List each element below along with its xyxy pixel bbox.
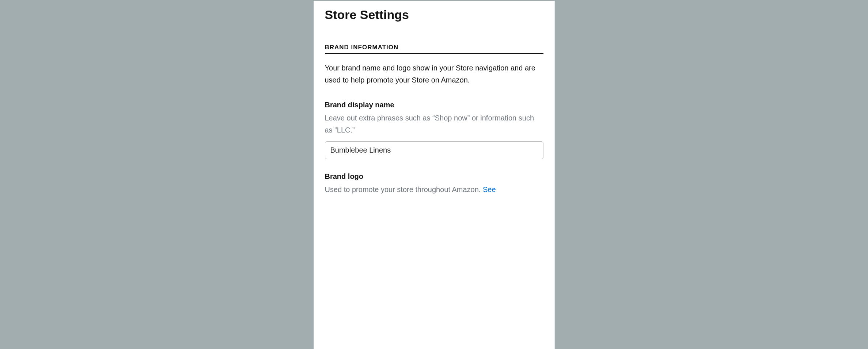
brand-logo-field: Brand logo Used to promote your store th…: [325, 172, 543, 196]
page-title: Store Settings: [325, 8, 543, 22]
brand-logo-description: Used to promote your store throughout Am…: [325, 184, 543, 196]
brand-information-header: BRAND INFORMATION: [325, 44, 543, 54]
brand-display-name-input[interactable]: [325, 141, 543, 159]
brand-logo-see-link[interactable]: See: [483, 185, 496, 193]
brand-display-name-label: Brand display name: [325, 101, 543, 109]
brand-logo-desc-text: Used to promote your store throughout Am…: [325, 185, 483, 193]
brand-logo-label: Brand logo: [325, 172, 543, 181]
brand-information-description: Your brand name and logo show in your St…: [325, 62, 543, 86]
store-settings-panel: Store Settings BRAND INFORMATION Your br…: [314, 1, 555, 349]
brand-display-name-help: Leave out extra phrases such as “Shop no…: [325, 112, 543, 136]
brand-display-name-field: Brand display name Leave out extra phras…: [325, 101, 543, 159]
